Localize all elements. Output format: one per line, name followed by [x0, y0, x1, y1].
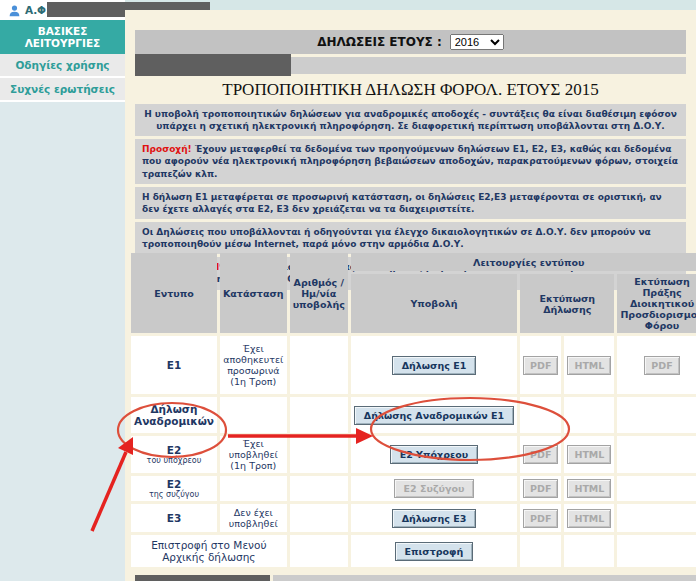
cell-praxis-e3	[617, 504, 696, 532]
table-row-return: Επιστροφή στο Μενού Αρχικής δήλωσης Επισ…	[131, 535, 696, 567]
table-row-e3: Ε3 Δεν έχει υποβληθεί Δήλωσης Ε3 PDF HTM…	[131, 504, 696, 532]
col-header-submit: Υποβολή	[351, 274, 517, 333]
cell-status-e3: Δεν έχει υποβληθεί	[220, 504, 287, 532]
cell-html-e2-obligor: HTML	[564, 436, 614, 473]
cell-praxis-e1: PDF	[617, 336, 696, 394]
redacted-footer	[135, 575, 270, 581]
page-title: ΤΡΟΠΟΠΟΙΗΤΙΚΗ ΔΗΛΩΣΗ ΦΟΡΟΛ. ΕΤΟΥΣ 2015	[125, 80, 696, 100]
notice-text: Οι Δηλώσεις που υποβάλλονται ή οδηγούντα…	[142, 227, 651, 249]
submit-e3-button[interactable]: Δήλωσης Ε3	[392, 509, 477, 528]
pdf-e1-button: PDF	[523, 356, 558, 375]
main-content: ΔΗΛΩΣΕΙΣ ΕΤΟΥΣ : 2016 ΤΡΟΠΟΠΟΙΗΤΙΚΗ ΔΗΛΩ…	[125, 10, 696, 581]
notice-text: Η υποβολή τροποποιητικών δηλώσεων για αν…	[144, 109, 677, 131]
cell-number-e3	[290, 504, 348, 532]
submit-e2-spouse-button: Ε2 Συζύγου	[394, 479, 475, 498]
cell-pdf-e3: PDF	[520, 504, 561, 532]
cell-pdf-return	[520, 535, 561, 567]
cell-html-e1: HTML	[564, 336, 614, 394]
notice-retroactive-info: Η υποβολή τροποποιητικών δηλώσεων για αν…	[135, 104, 686, 136]
cell-html-e3: HTML	[564, 504, 614, 532]
cell-form-e2-obligor: Ε2του υπόχρεου	[131, 436, 217, 473]
col-header-functions-group: Λειτουργίες εντύπου	[351, 253, 696, 271]
person-icon	[8, 4, 21, 17]
cell-submit-e1: Δήλωσης Ε1	[351, 336, 517, 394]
submit-e2-obligor-button[interactable]: Ε2 Υπόχρεου	[390, 445, 479, 464]
pdf-e2-obligor-button: PDF	[523, 445, 558, 464]
html-e3-button: HTML	[567, 509, 611, 528]
cell-submit-return: Επιστροφή	[351, 535, 517, 567]
sidebar: ΒΑΣΙΚΕΣ ΛΕΙΤΟΥΡΓΙΕΣ Οδηγίες χρήσης Συχνέ…	[0, 20, 125, 581]
cell-number-e1	[290, 336, 348, 394]
cell-form-e2-spouse: Ε2της συζύγου	[131, 476, 217, 501]
praxis-pdf-e1-button: PDF	[644, 356, 679, 375]
cell-submit-e2-spouse: Ε2 Συζύγου	[351, 476, 517, 501]
notice-e1-status: Η δήλωση Ε1 μεταφέρεται σε προσωρινή κατ…	[135, 187, 686, 219]
cell-number-e2-obligor	[290, 436, 348, 473]
cell-praxis-retroactive	[617, 397, 696, 433]
cell-praxis-e2-obligor	[617, 436, 696, 473]
sidebar-item-usage-instructions[interactable]: Οδηγίες χρήσης	[0, 54, 125, 78]
pdf-e3-button: PDF	[523, 509, 558, 528]
cell-number-return	[290, 535, 348, 567]
cell-status-e1: Έχει αποθηκευτεί προσωρινά (1η Τροπ)	[220, 336, 287, 394]
col-header-status: Κατάσταση	[220, 253, 287, 333]
cell-praxis-e2-spouse	[617, 476, 696, 501]
cell-praxis-return	[617, 535, 696, 567]
cell-pdf-e1: PDF	[520, 336, 561, 394]
redacted-taxpayer-name	[135, 54, 291, 76]
cell-status-retroactive	[220, 397, 287, 433]
sidebar-item-faq[interactable]: Συχνές ερωτήσεις	[0, 78, 125, 102]
cell-submit-e2-obligor: Ε2 Υπόχρεου	[351, 436, 517, 473]
year-bar: ΔΗΛΩΣΕΙΣ ΕΤΟΥΣ : 2016	[135, 30, 686, 54]
notice-text: Έχουν μεταφερθεί τα δεδομένα των προηγού…	[142, 144, 678, 178]
table-row-e2-spouse: Ε2της συζύγου Ε2 Συζύγου PDF HTML	[131, 476, 696, 501]
cell-form-e3: Ε3	[131, 504, 217, 532]
col-header-number: Αριθμός / Ημ/νία υποβολής	[290, 253, 348, 333]
cell-pdf-retroactive	[520, 397, 561, 433]
cell-pdf-e2-spouse: PDF	[520, 476, 561, 501]
cell-html-retroactive	[564, 397, 614, 433]
pdf-e2-spouse-button: PDF	[523, 479, 558, 498]
cell-status-e2-obligor: Έχει υποβληθεί (1η Τροπ)	[220, 436, 287, 473]
top-strip	[125, 0, 696, 10]
year-label: ΔΗΛΩΣΕΙΣ ΕΤΟΥΣ :	[317, 35, 442, 49]
cell-status-e2-spouse	[220, 476, 287, 501]
cell-html-return	[564, 535, 614, 567]
table-row-e2-obligor: Ε2του υπόχρεου Έχει υποβληθεί (1η Τροπ) …	[131, 436, 696, 473]
table-row-e1: Ε1 Έχει αποθηκευτεί προσωρινά (1η Τροπ) …	[131, 336, 696, 394]
year-select[interactable]: 2016	[450, 34, 504, 50]
notice-highlight: Προσοχή!	[142, 144, 192, 154]
col-header-form: Εντυπο	[131, 253, 217, 333]
sidebar-title: ΒΑΣΙΚΕΣ ΛΕΙΤΟΥΡΓΙΕΣ	[0, 20, 125, 54]
col-header-print-praxis: Εκτύπωση Πράξης Διοικητικού Προσδιορισμο…	[617, 274, 696, 333]
submit-retroactive-e1-button[interactable]: Δήλωσης Αναδρομικών Ε1	[354, 406, 514, 425]
html-e2-spouse-button: HTML	[567, 479, 611, 498]
cell-return-label: Επιστροφή στο Μενού Αρχικής δήλωσης	[131, 535, 287, 567]
cell-pdf-e2-obligor: PDF	[520, 436, 561, 473]
cell-submit-retroactive: Δήλωσης Αναδρομικών Ε1	[351, 397, 517, 433]
table-row-retroactive: Δήλωση Αναδρομικών Δήλωσης Αναδρομικών Ε…	[131, 397, 696, 433]
return-button[interactable]: Επιστροφή	[395, 542, 474, 561]
forms-table: Εντυπο Κατάσταση Αριθμός / Ημ/νία υποβολ…	[128, 250, 696, 570]
notice-text: Η δήλωση Ε1 μεταφέρεται σε προσωρινή κατ…	[142, 192, 662, 214]
taxisnet-amended-declaration-page: Α.Φ.Μ.: ΒΑΣΙΚΕΣ ΛΕΙΤΟΥΡΓΙΕΣ Οδηγίες χρήσ…	[0, 0, 696, 581]
cell-form-e1: Ε1	[131, 336, 217, 394]
html-e1-button: HTML	[567, 356, 611, 375]
col-header-print-declaration: Εκτύπωση Δήλωσης	[520, 274, 614, 333]
footer-bar	[273, 575, 696, 581]
cell-number-retroactive	[290, 397, 348, 433]
cell-submit-e3: Δήλωσης Ε3	[351, 504, 517, 532]
cell-form-retroactive: Δήλωση Αναδρομικών	[131, 397, 217, 433]
notice-attention: Προσοχή! Έχουν μεταφερθεί τα δεδομένα τω…	[135, 139, 686, 183]
cell-number-e2-spouse	[290, 476, 348, 501]
cell-html-e2-spouse: HTML	[564, 476, 614, 501]
html-e2-obligor-button: HTML	[567, 445, 611, 464]
submit-e1-button[interactable]: Δήλωσης Ε1	[392, 356, 477, 375]
